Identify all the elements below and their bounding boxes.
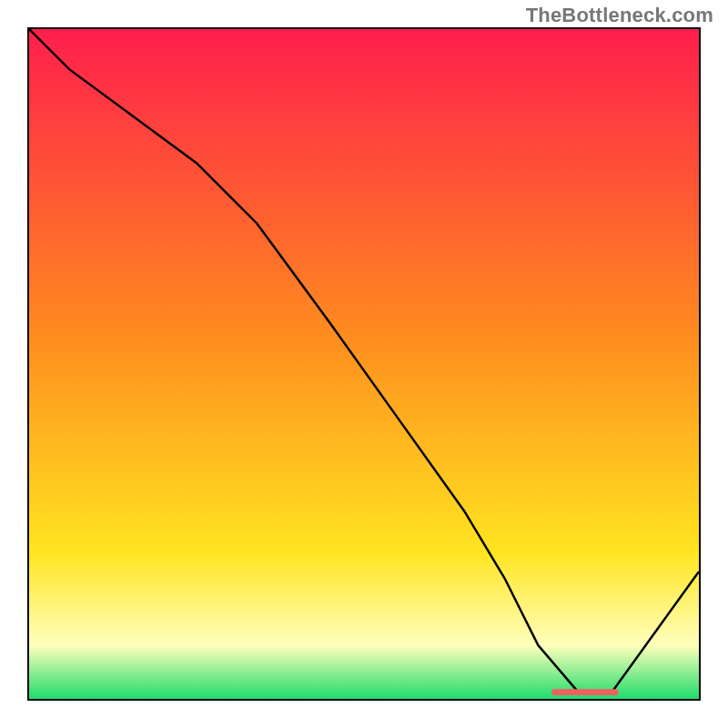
- chart-container: TheBottleneck.com: [0, 0, 728, 728]
- plot-area: [27, 27, 701, 701]
- gradient-background: [29, 29, 699, 699]
- chart-svg: [29, 29, 699, 699]
- watermark-text: TheBottleneck.com: [526, 4, 713, 27]
- optimal-marker: [551, 689, 619, 695]
